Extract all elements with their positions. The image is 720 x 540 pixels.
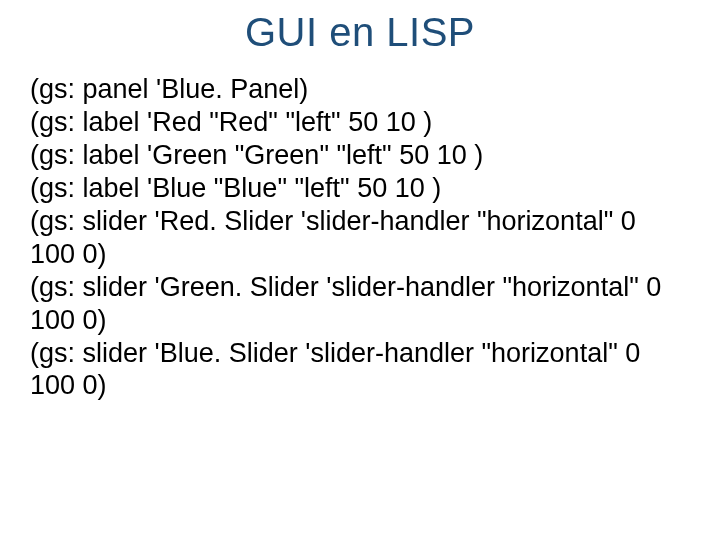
slide: GUI en LISP (gs: panel 'Blue. Panel) (gs… bbox=[0, 0, 720, 540]
code-line: (gs: panel 'Blue. Panel) bbox=[30, 73, 690, 106]
code-line: (gs: slider 'Blue. Slider 'slider-handle… bbox=[30, 337, 690, 370]
code-line: (gs: label 'Blue "Blue" "left" 50 10 ) bbox=[30, 172, 690, 205]
code-line: 100 0) bbox=[30, 369, 690, 402]
code-block: (gs: panel 'Blue. Panel) (gs: label 'Red… bbox=[30, 73, 690, 402]
code-line: (gs: label 'Red "Red" "left" 50 10 ) bbox=[30, 106, 690, 139]
slide-title: GUI en LISP bbox=[30, 10, 690, 55]
code-line: (gs: label 'Green "Green" "left" 50 10 ) bbox=[30, 139, 690, 172]
code-line: 100 0) bbox=[30, 304, 690, 337]
code-line: 100 0) bbox=[30, 238, 690, 271]
code-line: (gs: slider 'Green. Slider 'slider-handl… bbox=[30, 271, 690, 304]
code-line: (gs: slider 'Red. Slider 'slider-handler… bbox=[30, 205, 690, 238]
